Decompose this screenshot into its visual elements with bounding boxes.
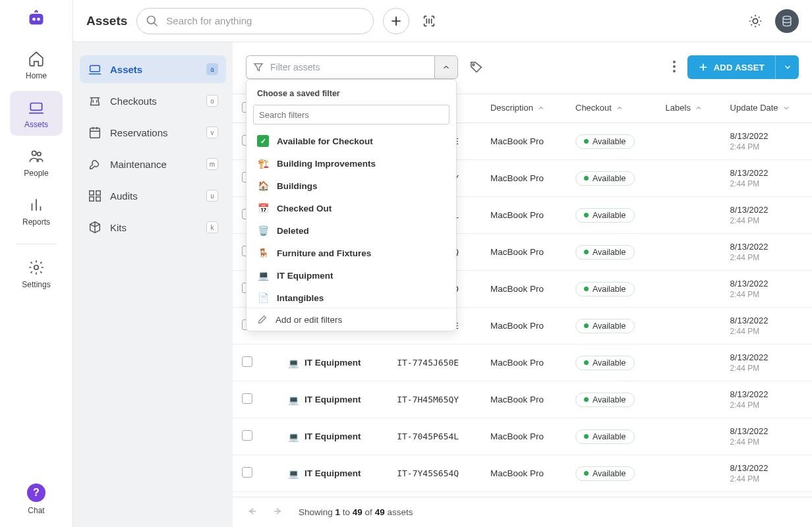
assets-icon bbox=[28, 99, 45, 116]
update-date-cell: 8/13/20222:44 PM bbox=[721, 345, 812, 381]
nav-assets[interactable]: Assets bbox=[10, 91, 63, 136]
nav-people[interactable]: People bbox=[10, 140, 63, 184]
svg-rect-14 bbox=[90, 197, 94, 201]
filter-option-icon: 💻 bbox=[257, 269, 269, 281]
filter-add-edit[interactable]: Add or edit filters bbox=[246, 308, 456, 331]
table-row[interactable]: 💻IT EquipmentIT-8545V658DMacBook ProAvai… bbox=[233, 492, 812, 497]
status-label: Available bbox=[593, 285, 626, 294]
sublist-assets[interactable]: Assets a bbox=[80, 55, 226, 83]
col-labels[interactable]: Labels bbox=[656, 94, 721, 123]
sublist-assets-label: Assets bbox=[110, 64, 206, 75]
filter-option-label: Building Improvements bbox=[277, 159, 376, 169]
status-label: Available bbox=[593, 321, 626, 331]
status-badge: Available bbox=[575, 356, 635, 370]
status-dot-icon bbox=[584, 139, 589, 144]
nav-settings[interactable]: Settings bbox=[10, 251, 63, 296]
table-row[interactable]: 💻IT EquipmentIT-7H45M65QYMacBook ProAvai… bbox=[233, 381, 812, 418]
add-asset-dropdown[interactable] bbox=[775, 55, 799, 79]
row-checkbox[interactable] bbox=[242, 393, 252, 404]
filter-option-icon: 🗑️ bbox=[257, 225, 269, 236]
col-checkout[interactable]: Checkout bbox=[566, 94, 656, 123]
filter-option[interactable]: 📅Checked Out bbox=[246, 197, 456, 219]
description-cell: MacBook Pro bbox=[481, 418, 566, 455]
page-title: Assets bbox=[86, 14, 127, 28]
nav-reports-label: Reports bbox=[22, 217, 50, 227]
status-label: Available bbox=[593, 211, 626, 220]
status-label: Available bbox=[593, 469, 626, 478]
svg-point-1 bbox=[32, 18, 36, 21]
filter-dropdown-toggle[interactable] bbox=[434, 55, 458, 79]
filter-option[interactable]: 💻IT Equipment bbox=[246, 264, 456, 287]
sublist-kits-label: Kits bbox=[110, 222, 206, 233]
sublist-maintenance-label: Maintenance bbox=[110, 159, 206, 170]
add-asset-button[interactable]: ADD ASSET bbox=[687, 55, 775, 79]
status-badge: Available bbox=[575, 171, 635, 186]
sublist-reservations[interactable]: Reservations v bbox=[80, 119, 226, 146]
filter-option-label: Intangibles bbox=[277, 293, 324, 303]
asset-tag-cell: IT-7745J650E bbox=[388, 345, 481, 381]
sublist-kits-key: k bbox=[206, 221, 218, 233]
sublist-reservations-label: Reservations bbox=[110, 127, 206, 138]
asset-tag-cell: IT-7045P654L bbox=[388, 418, 481, 455]
row-checkbox[interactable] bbox=[242, 430, 252, 441]
pager-summary: Showing 1 to 49 of 49 assets bbox=[299, 507, 413, 517]
filter-option-icon: 📄 bbox=[257, 292, 269, 304]
update-date-cell: 8/13/20222:44 PM bbox=[721, 381, 812, 418]
nav-home[interactable]: Home bbox=[10, 42, 63, 87]
filter-option-label: Furniture and Fixtures bbox=[277, 248, 371, 258]
filter-option-icon: 📅 bbox=[257, 202, 269, 214]
nav-reports[interactable]: Reports bbox=[10, 188, 63, 233]
filter-option[interactable]: 🏠Buildings bbox=[246, 175, 456, 197]
add-button-round[interactable] bbox=[383, 8, 409, 34]
tags-button[interactable] bbox=[466, 57, 487, 78]
barcode-button[interactable] bbox=[419, 11, 440, 32]
sublist-maintenance-key: m bbox=[206, 158, 218, 170]
global-search-input[interactable] bbox=[136, 8, 374, 34]
more-actions-button[interactable] bbox=[669, 57, 680, 78]
filter-option[interactable]: 🗑️Deleted bbox=[246, 219, 456, 242]
people-icon bbox=[28, 148, 45, 165]
update-date-cell: 8/13/20222:44 PM bbox=[721, 123, 812, 160]
table-row[interactable]: 💻IT EquipmentIT-7Y45S654QMacBook ProAvai… bbox=[233, 455, 812, 492]
filter-option[interactable]: 🪑Furniture and Fixtures bbox=[246, 242, 456, 264]
nav-people-label: People bbox=[24, 169, 48, 178]
description-cell: MacBook Pro bbox=[481, 197, 566, 234]
pager-next[interactable] bbox=[272, 505, 284, 519]
category-label: IT Equipment bbox=[304, 358, 361, 368]
filter-dropdown-title: Choose a saved filter bbox=[246, 89, 456, 105]
sublist-reservations-key: v bbox=[206, 126, 218, 138]
col-update-date[interactable]: Update Date bbox=[721, 94, 812, 123]
filter-option[interactable]: 🏗️Building Improvements bbox=[246, 152, 456, 175]
labels-cell bbox=[656, 345, 721, 381]
category-cell: 💻IT Equipment bbox=[271, 358, 378, 368]
sublist-audits[interactable]: Audits u bbox=[80, 182, 226, 209]
filter-search-input[interactable] bbox=[253, 105, 450, 125]
col-description[interactable]: Description bbox=[481, 94, 566, 123]
row-checkbox[interactable] bbox=[242, 467, 252, 478]
filter-option[interactable]: 📄Intangibles bbox=[246, 287, 456, 308]
update-date-cell: 8/13/20222:44 PM bbox=[721, 160, 812, 197]
pager-prev[interactable] bbox=[246, 505, 258, 519]
status-dot-icon bbox=[584, 250, 589, 254]
svg-point-5 bbox=[38, 152, 41, 155]
category-cell: 💻IT Equipment bbox=[271, 395, 378, 405]
labels-cell bbox=[656, 197, 721, 234]
nav-chat[interactable]: ? Chat bbox=[27, 484, 45, 515]
gear-icon bbox=[28, 259, 45, 276]
filter-option[interactable]: ✓Available for Checkout bbox=[246, 130, 456, 152]
svg-point-16 bbox=[473, 64, 475, 66]
row-checkbox[interactable] bbox=[242, 356, 252, 367]
sublist-maintenance[interactable]: Maintenance m bbox=[80, 150, 226, 178]
check-icon: ✓ bbox=[257, 135, 269, 147]
filter-assets-input[interactable] bbox=[246, 55, 434, 79]
table-row[interactable]: 💻IT EquipmentIT-7045P654LMacBook ProAvai… bbox=[233, 418, 812, 455]
svg-point-18 bbox=[673, 65, 676, 68]
table-row[interactable]: 💻IT EquipmentIT-7745J650EMacBook ProAvai… bbox=[233, 345, 812, 381]
sublist-checkouts[interactable]: Checkouts o bbox=[80, 87, 226, 115]
sublist-kits[interactable]: Kits k bbox=[80, 213, 226, 241]
theme-toggle[interactable] bbox=[745, 11, 766, 32]
status-badge: Available bbox=[575, 134, 635, 149]
status-dot-icon bbox=[584, 471, 589, 476]
user-avatar[interactable] bbox=[775, 9, 799, 33]
reports-icon bbox=[28, 196, 45, 213]
